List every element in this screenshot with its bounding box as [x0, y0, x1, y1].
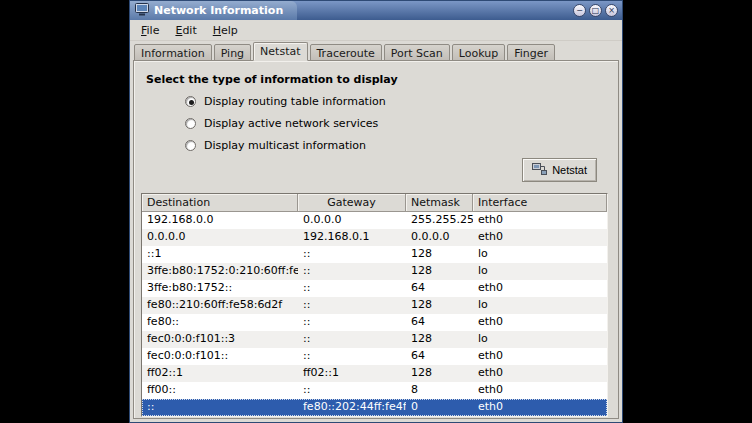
table-cell: 128 — [406, 246, 473, 263]
radio-label[interactable]: Display routing table information — [204, 95, 386, 108]
table-cell: 0.0.0.0 — [406, 229, 473, 246]
tab-bar: Information Ping Netstat Traceroute Port… — [134, 42, 557, 61]
table-cell: ff02::1 — [298, 365, 406, 382]
radio-button-icon[interactable] — [185, 140, 196, 151]
button-row: Netstat — [522, 158, 597, 182]
table-cell: :: — [298, 246, 406, 263]
table-row[interactable]: fe80::210:60ff:fe58:6d2f :: 128 lo — [142, 297, 607, 314]
table-cell: :: — [298, 280, 406, 297]
radio-multicast[interactable]: Display multicast information — [185, 139, 618, 152]
network-information-window: Network Information − □ × File Edit Help… — [129, 0, 623, 423]
table-cell: 255.255.255.0 — [406, 212, 473, 229]
table-cell: 0.0.0.0 — [142, 229, 298, 246]
table-row[interactable]: fe80:: :: 64 eth0 — [142, 314, 607, 331]
table-cell: 64 — [406, 280, 473, 297]
table-cell: 64 — [406, 314, 473, 331]
column-header-destination[interactable]: Destination — [142, 194, 298, 212]
table-cell: ff02::1 — [142, 365, 298, 382]
table-row[interactable]: fec0:0:0:f101::3 :: 128 lo — [142, 331, 607, 348]
table-cell: :: — [298, 297, 406, 314]
table-cell: eth0 — [473, 348, 607, 365]
table-cell: 64 — [406, 348, 473, 365]
column-header-netmask[interactable]: Netmask — [406, 194, 473, 212]
table-row[interactable]: ff02::1 ff02::1 128 eth0 — [142, 365, 607, 382]
table-cell: 128 — [406, 297, 473, 314]
routing-table: Destination Gateway Netmask Interface 19… — [141, 193, 608, 417]
table-cell: 0.0.0.0 — [298, 212, 406, 229]
table-cell: fe80:: — [142, 314, 298, 331]
table-cell: eth0 — [473, 382, 607, 399]
table-row[interactable]: 3ffe:b80:1752:: :: 64 eth0 — [142, 280, 607, 297]
tab-finger[interactable]: Finger — [507, 44, 555, 61]
menu-edit[interactable]: Edit — [167, 21, 204, 40]
table-cell: eth0 — [473, 365, 607, 382]
radio-button-icon[interactable] — [185, 118, 196, 129]
tab-netstat[interactable]: Netstat — [253, 42, 307, 61]
close-button[interactable]: × — [605, 4, 618, 17]
table-cell: :: — [298, 382, 406, 399]
table-cell: eth0 — [473, 212, 607, 229]
radio-routing-table[interactable]: Display routing table information — [185, 95, 618, 108]
tab-port-scan[interactable]: Port Scan — [384, 44, 450, 61]
window-controls: − □ × — [573, 4, 622, 17]
table-cell: 3ffe:b80:1752:0:210:60ff:fe58:6d2f — [142, 263, 298, 280]
table-cell: :: — [298, 331, 406, 348]
radio-label[interactable]: Display multicast information — [204, 139, 366, 152]
table-cell: 128 — [406, 365, 473, 382]
radio-label[interactable]: Display active network services — [204, 117, 378, 130]
tab-information[interactable]: Information — [134, 44, 212, 61]
network-socket-icon — [532, 162, 547, 178]
table-cell: lo — [473, 263, 607, 280]
netstat-button[interactable]: Netstat — [522, 158, 597, 182]
maximize-button[interactable]: □ — [589, 4, 602, 17]
table-row-selected[interactable]: :: fe80::202:44ff:fe4f:83e1 0 eth0 — [142, 399, 607, 416]
desktop-background: Network Information − □ × File Edit Help… — [0, 0, 752, 423]
table-cell: fe80::202:44ff:fe4f:83e1 — [298, 399, 406, 416]
radio-active-services[interactable]: Display active network services — [185, 117, 618, 130]
table-cell: 192.168.0.1 — [298, 229, 406, 246]
table-cell: ff00:: — [142, 382, 298, 399]
column-header-interface[interactable]: Interface — [473, 194, 607, 212]
table-cell: :: — [298, 314, 406, 331]
minimize-button[interactable]: − — [573, 4, 586, 17]
column-header-gateway[interactable]: Gateway — [298, 194, 406, 212]
radio-button-icon[interactable] — [185, 96, 196, 107]
table-cell: fec0:0:0:f101:: — [142, 348, 298, 365]
table-row[interactable]: 0.0.0.0 192.168.0.1 0.0.0.0 eth0 — [142, 229, 607, 246]
table-cell: eth0 — [473, 280, 607, 297]
table-cell: 0 — [406, 399, 473, 416]
tab-lookup[interactable]: Lookup — [452, 44, 505, 61]
tab-traceroute[interactable]: Traceroute — [310, 44, 382, 61]
menubar: File Edit Help — [130, 20, 622, 41]
table-cell: 3ffe:b80:1752:: — [142, 280, 298, 297]
table-cell: 8 — [406, 382, 473, 399]
table-cell: lo — [473, 331, 607, 348]
table-header: Destination Gateway Netmask Interface — [142, 194, 607, 212]
table-cell: eth0 — [473, 314, 607, 331]
table-cell: :: — [142, 399, 298, 416]
table-cell: fe80::210:60ff:fe58:6d2f — [142, 297, 298, 314]
titlebar[interactable]: Network Information − □ × — [130, 1, 622, 20]
table-cell: lo — [473, 246, 607, 263]
table-cell: 128 — [406, 263, 473, 280]
table-row[interactable]: 192.168.0.0 0.0.0.0 255.255.255.0 eth0 — [142, 212, 607, 229]
network-monitor-icon — [135, 1, 149, 20]
table-row[interactable]: ff00:: :: 8 eth0 — [142, 382, 607, 399]
table-row[interactable]: ::1 :: 128 lo — [142, 246, 607, 263]
table-cell: :: — [298, 348, 406, 365]
table-cell: eth0 — [473, 229, 607, 246]
table-row[interactable]: 3ffe:b80:1752:0:210:60ff:fe58:6d2f :: 12… — [142, 263, 607, 280]
table-cell: lo — [473, 297, 607, 314]
netstat-button-label: Netstat — [552, 164, 587, 176]
titlebar-tab[interactable]: Network Information — [130, 1, 297, 20]
section-label: Select the type of information to displa… — [146, 73, 618, 86]
table-cell: :: — [298, 263, 406, 280]
table-cell: 192.168.0.0 — [142, 212, 298, 229]
table-cell: 128 — [406, 331, 473, 348]
menu-help[interactable]: Help — [205, 21, 246, 40]
menu-file[interactable]: File — [133, 21, 167, 40]
netstat-panel: Select the type of information to displa… — [133, 60, 619, 419]
table-cell: fec0:0:0:f101::3 — [142, 331, 298, 348]
table-row[interactable]: fec0:0:0:f101:: :: 64 eth0 — [142, 348, 607, 365]
tab-ping[interactable]: Ping — [214, 44, 251, 61]
